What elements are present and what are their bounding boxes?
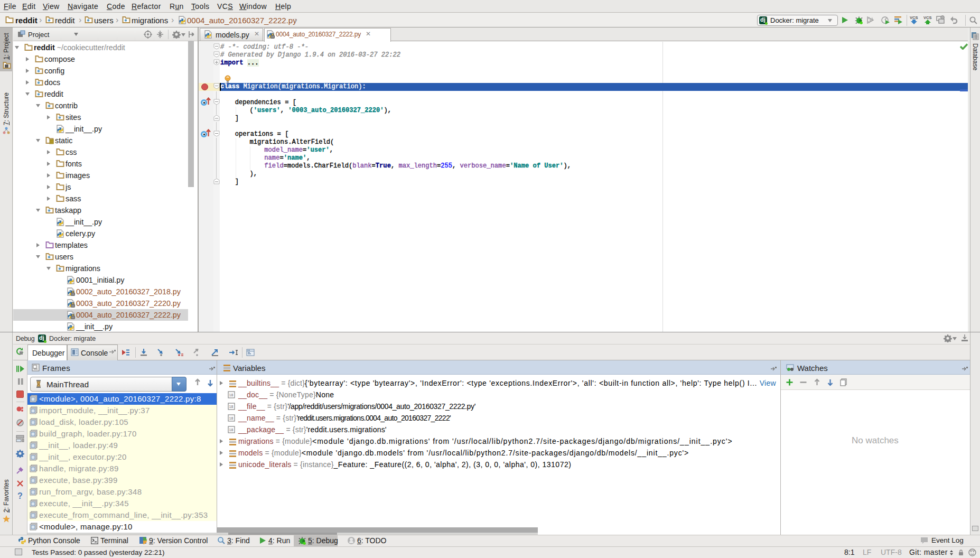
svg-text:18: 18 [229, 416, 234, 420]
svg-text:18: 18 [229, 393, 234, 397]
svg-text:VCS: VCS [910, 15, 918, 20]
svg-text:18: 18 [229, 428, 234, 432]
svg-text:18: 18 [229, 405, 234, 408]
svg-text:VCS: VCS [923, 15, 931, 20]
